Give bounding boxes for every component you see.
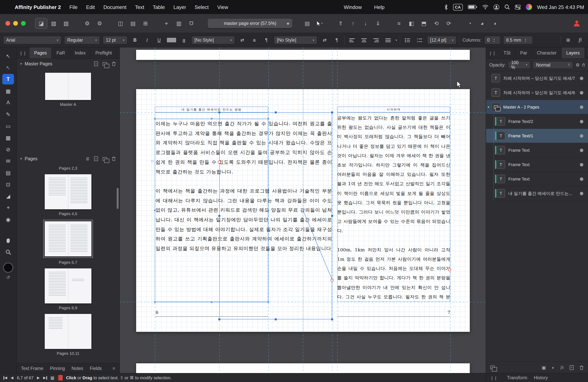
pages-section-header[interactable]: ▾ Pages ≣ + bbox=[17, 154, 119, 164]
menu-help[interactable]: Help bbox=[374, 4, 385, 10]
tab-far[interactable]: FaR bbox=[52, 47, 70, 58]
bullet-list-button[interactable] bbox=[403, 36, 412, 44]
move-to-front-button[interactable]: ⇑ bbox=[335, 18, 347, 29]
control-center-icon[interactable] bbox=[515, 4, 521, 10]
ligatures-button[interactable]: fi bbox=[576, 36, 585, 44]
panel-drag-grip[interactable]: ❙❙ bbox=[488, 376, 501, 380]
autoflow-button[interactable]: ▥ bbox=[173, 18, 185, 29]
tab-layers[interactable]: Layers bbox=[562, 47, 585, 58]
text-frame-properties-button[interactable]: ⊞ bbox=[564, 36, 573, 44]
align-center-button[interactable] bbox=[359, 36, 369, 44]
tab-pages[interactable]: Pages bbox=[30, 47, 52, 58]
tab-par[interactable]: Par bbox=[515, 47, 532, 58]
panel-drag-grip[interactable]: ❙❙ bbox=[17, 51, 30, 55]
document-setup-button[interactable]: ⚙ bbox=[81, 18, 93, 29]
frame-handle[interactable] bbox=[275, 318, 277, 320]
tab-history[interactable]: History bbox=[534, 375, 548, 380]
add-master-button[interactable]: ▤ bbox=[127, 18, 139, 29]
menu-select[interactable]: Select bbox=[195, 4, 209, 10]
update-char-style-button[interactable]: ⇄ bbox=[238, 36, 247, 44]
panel-drag-grip[interactable]: ❙❙ bbox=[486, 51, 499, 55]
layer-visibility-toggle[interactable] bbox=[580, 91, 583, 94]
tab-tst[interactable]: TSt bbox=[499, 47, 516, 58]
alignment-button[interactable]: ≡ bbox=[393, 18, 405, 29]
user-account-icon[interactable] bbox=[494, 4, 499, 10]
tab-index[interactable]: Index bbox=[70, 47, 91, 58]
rectangle-tool[interactable]: ▭ bbox=[2, 121, 14, 131]
justify-more-chevron[interactable]: ▾ bbox=[396, 38, 397, 42]
layer-visibility-toggle[interactable] bbox=[580, 191, 583, 195]
tab-fields[interactable]: Fields bbox=[90, 366, 102, 371]
view-hand-tool[interactable] bbox=[2, 235, 14, 246]
picture-frame-tool[interactable]: ▩ bbox=[2, 132, 14, 143]
menu-window[interactable]: Window bbox=[344, 4, 362, 10]
layer-visibility-toggle[interactable] bbox=[580, 149, 583, 152]
tab-text-frame[interactable]: Text Frame bbox=[21, 366, 43, 371]
wifi-icon[interactable] bbox=[482, 5, 488, 9]
bluetooth-icon[interactable] bbox=[444, 4, 448, 10]
next-spread-button[interactable]: ▶ bbox=[37, 376, 40, 380]
align-right-button[interactable] bbox=[371, 36, 381, 44]
column-guide[interactable] bbox=[155, 47, 155, 373]
opacity-select[interactable]: 100 % ▾ bbox=[508, 61, 530, 69]
collapse-chevron-icon[interactable]: ▾ bbox=[20, 62, 22, 66]
master-pages-section-header[interactable]: ▾ Master Pages + bbox=[17, 59, 119, 69]
character-style-select[interactable]: [No Style] ▾ bbox=[191, 36, 235, 44]
add-pages-button[interactable]: ◫ bbox=[114, 18, 127, 29]
battery-icon[interactable] bbox=[468, 5, 477, 9]
menu-view[interactable]: View bbox=[217, 4, 228, 10]
move-backward-button[interactable]: ↓ bbox=[359, 18, 372, 29]
spine-guide[interactable] bbox=[303, 47, 303, 373]
blend-mode-select[interactable]: Normal ⇕ bbox=[533, 61, 573, 69]
frame-text-tool[interactable]: T bbox=[2, 74, 14, 85]
font-family-select[interactable]: Arial ▾ bbox=[3, 36, 62, 44]
page-item-4-5[interactable]: Pages 4,5 bbox=[45, 174, 91, 216]
move-to-back-button[interactable]: ⇓ bbox=[372, 18, 384, 29]
menu-layer[interactable]: Layer bbox=[173, 4, 186, 10]
expand-chevron-icon[interactable]: ▾ bbox=[488, 105, 489, 109]
underline-button[interactable]: U bbox=[154, 36, 164, 44]
bold-button[interactable]: B bbox=[130, 36, 140, 44]
snapping-button[interactable]: Ω bbox=[185, 18, 198, 29]
column-guide[interactable] bbox=[219, 47, 220, 373]
app-menu-title[interactable]: Affinity Publisher 2 bbox=[15, 4, 61, 10]
layer-row[interactable]: T Frame Text bbox=[486, 143, 588, 158]
pin-frame-button[interactable]: ⌖ bbox=[160, 18, 173, 29]
layer-effects-icon[interactable]: fx bbox=[561, 364, 564, 370]
master-page-thumbnail[interactable] bbox=[45, 73, 91, 100]
layer-row[interactable]: T Frame Text bbox=[486, 172, 588, 186]
delete-master-icon[interactable] bbox=[112, 62, 116, 66]
menu-edit[interactable]: Edit bbox=[86, 4, 95, 10]
page-item-10-11[interactable]: Pages 10,11 bbox=[45, 314, 91, 356]
view-zoom-dropdown[interactable]: master page error (57.5%) ★ bbox=[208, 19, 293, 28]
column-guide[interactable] bbox=[337, 47, 337, 373]
tab-character[interactable]: Character bbox=[532, 47, 562, 58]
columns-input[interactable]: 0 ▴▾ bbox=[484, 36, 500, 44]
panel-menu-icon[interactable]: ≡ bbox=[585, 51, 588, 55]
layer-row[interactable]: T 내 일기를 출간 에세이로 만드는... bbox=[486, 186, 588, 201]
duplicate-layer-icon[interactable] bbox=[490, 366, 495, 369]
move-tool[interactable]: ↖ bbox=[2, 51, 14, 61]
mask-layer-icon[interactable]: ▣ bbox=[542, 365, 546, 370]
numbered-list-button[interactable]: 12 bbox=[415, 36, 424, 44]
resource-manager-button[interactable]: ◑ bbox=[488, 18, 501, 29]
text-flow-button[interactable]: ▤ bbox=[301, 18, 314, 29]
duplicate-master-icon[interactable] bbox=[103, 62, 107, 65]
column-guide[interactable] bbox=[268, 47, 269, 373]
column-guide[interactable] bbox=[450, 47, 451, 373]
layer-row[interactable]: T Frame Text/2 bbox=[486, 114, 588, 129]
add-page-icon[interactable]: + bbox=[94, 156, 98, 161]
adjustment-layer-icon[interactable]: ◐ bbox=[552, 365, 555, 370]
selection-mode-button[interactable]: ▾ bbox=[314, 18, 326, 29]
tab-transform[interactable]: Transform bbox=[507, 375, 527, 380]
publisher-persona-button[interactable]: ◪ bbox=[35, 18, 47, 29]
add-layer-icon[interactable]: + bbox=[570, 365, 574, 370]
style-picker-tool[interactable]: ⌖ bbox=[2, 202, 14, 213]
rotate-cw-button[interactable]: ⟳ bbox=[442, 18, 455, 29]
move-forward-button[interactable]: ↑ bbox=[347, 18, 359, 29]
duplicate-page-icon[interactable] bbox=[103, 157, 107, 160]
designer-persona-button[interactable]: ▧ bbox=[60, 18, 72, 29]
italic-button[interactable]: I bbox=[142, 36, 152, 44]
layer-visibility-toggle[interactable] bbox=[580, 177, 583, 181]
ellipse-tool[interactable]: ⊘ bbox=[2, 144, 14, 154]
